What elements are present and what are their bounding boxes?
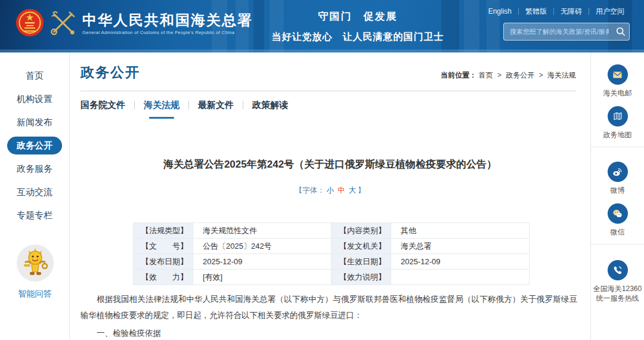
right-quickbar: 海关电邮 政务地图 微博 (590, 52, 644, 340)
link-traditional-chinese[interactable]: 繁體版 (518, 8, 553, 15)
main-content: 政务公开 当前位置： 首页 > 政务公开 > 海关法规 国务院文件 海关法规 最… (70, 52, 590, 340)
meta-label: 【文 号】 (134, 239, 193, 254)
customs-mail-label[interactable]: 海关电邮 (591, 88, 644, 98)
breadcrumb-gov-disclosure[interactable]: 政务公开 (506, 71, 534, 79)
meta-value: 公告〔2025〕242号 (193, 239, 332, 254)
gov-map-label[interactable]: 政务地图 (591, 130, 644, 140)
table-row: 【法规类型】 海关规范性文件 【内容类别】 其他 (134, 223, 530, 239)
tab-divider (188, 101, 189, 109)
national-emblem-icon (16, 7, 44, 41)
meta-value: 其他 (391, 223, 530, 239)
meta-value: [有效] (193, 270, 332, 285)
site-title: 中华人民共和国海关总署 (82, 13, 253, 28)
customs-mail-icon[interactable] (608, 64, 628, 85)
font-size-large-button[interactable]: 大 (349, 186, 357, 194)
font-size-medium-button[interactable]: 中 (338, 186, 345, 194)
meta-value: 2025-12-09 (391, 254, 530, 270)
sidebar-item-organization[interactable]: 机构设置 (7, 90, 62, 108)
search-icon[interactable] (612, 26, 629, 37)
meta-label: 【法规类型】 (134, 223, 193, 239)
article-title: 海关总署公告2025年第242号（关于进口俄罗斯绿豆植物检疫要求的公告） (88, 157, 572, 171)
customs-emblem-icon (49, 8, 76, 39)
tab-divider (134, 101, 135, 109)
sidebar-item-gov-services[interactable]: 政务服务 (7, 160, 62, 178)
sidebar-item-home[interactable]: 首页 (16, 67, 53, 85)
wechat-label[interactable]: 微信 (591, 227, 644, 237)
weibo-icon[interactable] (608, 162, 628, 182)
site-logo[interactable]: 中华人民共和国海关总署 General Administration of Cu… (16, 7, 253, 41)
breadcrumb-home[interactable]: 首页 (479, 71, 493, 79)
tab-policy-interpretation[interactable]: 政策解读 (252, 100, 288, 119)
breadcrumb-separator: > (539, 71, 543, 79)
meta-value: 2025-12-09 (193, 254, 332, 270)
wechat-icon[interactable] (608, 203, 628, 224)
left-navigation: 首页 机构设置 新闻发布 政务公开 政务服务 互动交流 专题专栏 (0, 52, 70, 340)
gov-map-icon[interactable] (608, 106, 628, 126)
sidebar-item-special-topics[interactable]: 专题专栏 (7, 206, 62, 224)
section-tabs: 国务院文件 海关法规 最新文件 政策解读 (80, 100, 288, 119)
meta-value (391, 270, 530, 285)
hotline-phone-icon[interactable] (608, 260, 628, 280)
meta-label: 【生效日期】 (332, 254, 391, 270)
slogan-line-2: 当好让党放心 让人民满意的国门卫士 (262, 31, 453, 44)
article-section-heading: 一、检验检疫依据 (80, 328, 161, 339)
breadcrumb-prefix: 当前位置： (441, 71, 476, 79)
hotline-label-line1: 全国海关12360 (591, 284, 644, 293)
search-box (503, 23, 630, 41)
sidebar-item-gov-disclosure[interactable]: 政务公开 (7, 137, 62, 154)
hotline-label[interactable]: 全国海关12360 统一服务热线 (591, 284, 644, 303)
link-user-space[interactable]: 用户空间 (589, 8, 631, 15)
table-row: 【效 力】 [有效] 【效力说明】 (134, 270, 530, 285)
page-title: 政务公开 (80, 63, 140, 82)
font-size-suffix: 】 (358, 186, 366, 194)
meta-label: 【发布日期】 (134, 254, 193, 270)
font-size-small-button[interactable]: 小 (327, 186, 335, 194)
header-slogans: 守国门 促发展 当好让党放心 让人民满意的国门卫士 (262, 10, 453, 44)
quickbar-group-contact: 海关电邮 政务地图 (591, 52, 644, 147)
document-meta-table: 【法规类型】 海关规范性文件 【内容类别】 其他 【文 号】 公告〔2025〕2… (133, 222, 530, 285)
tab-state-council-documents[interactable]: 国务院文件 (80, 100, 125, 119)
quickbar-group-hotline: 全国海关12360 统一服务热线 (591, 245, 644, 310)
page: 中华人民共和国海关总署 General Administration of Cu… (0, 0, 644, 340)
breadcrumb-separator: > (497, 71, 501, 79)
breadcrumb-customs-regulations[interactable]: 海关法规 (547, 71, 576, 79)
weibo-label[interactable]: 微博 (591, 186, 644, 195)
smart-qa-assistant[interactable]: 智能问答 (0, 245, 70, 299)
quickbar-group-social: 微博 微信 (591, 147, 644, 245)
meta-value: 海关规范性文件 (193, 223, 332, 239)
meta-label: 【效 力】 (134, 270, 193, 285)
meta-value: 海关总署 (391, 239, 530, 254)
meta-label: 【效力说明】 (332, 270, 391, 285)
hotline-label-line2: 统一服务热线 (591, 293, 644, 303)
table-row: 【文 号】 公告〔2025〕242号 【发文机关】 海关总署 (134, 239, 530, 254)
smart-qa-label[interactable]: 智能问答 (0, 289, 70, 299)
link-english[interactable]: English (482, 8, 518, 15)
search-input[interactable] (504, 28, 612, 35)
font-size-selector: 【字体：小中大】 (70, 186, 590, 196)
slogan-line-1: 守国门 促发展 (262, 10, 453, 23)
meta-label: 【内容类别】 (332, 223, 391, 239)
font-size-prefix: 【字体： (295, 186, 325, 194)
sidebar-item-interaction[interactable]: 互动交流 (7, 183, 62, 201)
meta-label: 【发文机关】 (332, 239, 391, 254)
tab-latest-documents[interactable]: 最新文件 (198, 100, 234, 119)
table-row: 【发布日期】 2025-12-09 【生效日期】 2025-12-09 (134, 254, 530, 270)
site-title-block: 中华人民共和国海关总署 General Administration of Cu… (82, 13, 253, 35)
mascot-icon (17, 273, 54, 283)
top-utility-links: English 繁體版 无障碍 用户空间 (482, 8, 631, 15)
title-divider (80, 91, 576, 91)
site-subtitle: General Administration of Customs of the… (82, 30, 253, 35)
tab-divider (243, 101, 243, 109)
tab-customs-regulations[interactable]: 海关法规 (144, 100, 179, 119)
link-accessibility[interactable]: 无障碍 (553, 8, 589, 15)
sidebar-item-news[interactable]: 新闻发布 (7, 113, 62, 131)
site-header: 中华人民共和国海关总署 General Administration of Cu… (0, 0, 644, 52)
article-paragraph: 根据我国相关法律法规和中华人民共和国海关总署（以下称中方）与俄罗斯联邦兽医和植物… (80, 291, 577, 323)
breadcrumb: 当前位置： 首页 > 政务公开 > 海关法规 (441, 70, 576, 81)
